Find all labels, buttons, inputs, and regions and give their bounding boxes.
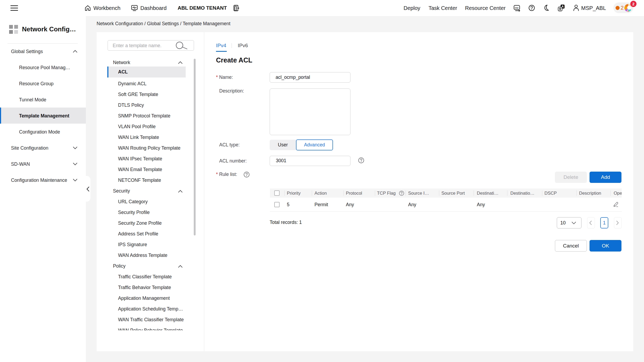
svg-text:Old: Old [515, 7, 518, 9]
